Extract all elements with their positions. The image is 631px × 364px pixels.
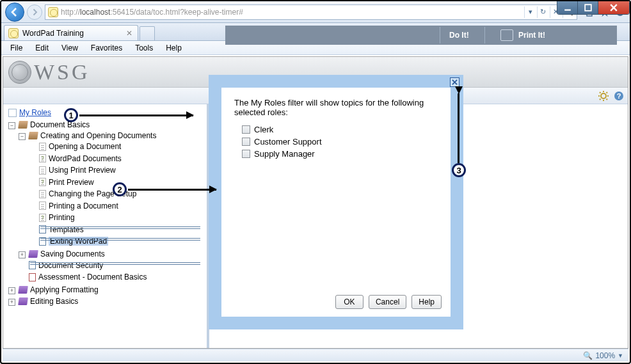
book-icon: [28, 132, 38, 139]
menu-view[interactable]: View: [55, 42, 84, 54]
expander-icon[interactable]: +: [8, 299, 15, 306]
refresh-icon[interactable]: ↻: [537, 6, 548, 18]
tab-label: Do It!: [449, 31, 469, 40]
tree-leaf[interactable]: Assessment - Document Basics: [29, 273, 147, 281]
tree-leaf[interactable]: Print Preview: [39, 178, 94, 187]
tab-print-it[interactable]: Print It!: [500, 29, 545, 41]
nav-forward-button[interactable]: [27, 4, 42, 20]
toc-tree: − Document Basics − Creating and Opening…: [8, 120, 202, 308]
role-checkbox-supply-manager[interactable]: [242, 150, 250, 158]
tree-leaf[interactable]: Printing: [39, 213, 75, 222]
modal-content: The My Roles filter will show topics for…: [221, 88, 451, 317]
new-tab-button[interactable]: [140, 26, 155, 40]
tree-node-creating-opening[interactable]: Creating and Opening Documents: [29, 131, 156, 140]
menu-tools[interactable]: Tools: [129, 42, 159, 54]
svg-point-6: [601, 93, 606, 99]
role-label: Clerk: [254, 125, 273, 134]
ie-toolbar: http://localhost:56415/data/toc.html?kee…: [1, 1, 630, 23]
my-roles-link[interactable]: My Roles: [19, 108, 51, 117]
page-q-icon: [39, 154, 46, 162]
zoom-dropdown-icon[interactable]: ▼: [618, 352, 623, 359]
window-close-button[interactable]: [598, 1, 629, 14]
cancel-button[interactable]: Cancel: [369, 295, 406, 309]
menu-file[interactable]: File: [4, 42, 29, 54]
tab-close-icon[interactable]: ✕: [125, 29, 134, 38]
zoom-icon[interactable]: 🔍: [583, 351, 593, 360]
page-icon: [39, 202, 46, 210]
page-q-icon: [39, 214, 46, 222]
role-row: Customer Support: [234, 136, 438, 148]
modal-close-button[interactable]: [450, 77, 459, 87]
book-icon: [18, 286, 28, 294]
modal-dialog: The My Roles filter will show topics for…: [209, 75, 463, 329]
window-controls: [557, 1, 630, 15]
separator: [440, 27, 440, 44]
tree-label: Printing a Document: [49, 202, 118, 210]
tree-node-saving[interactable]: Saving Documents: [29, 249, 105, 258]
window-minimize-button[interactable]: [557, 1, 578, 14]
ok-button[interactable]: OK: [335, 295, 363, 309]
settings-gear-icon[interactable]: [598, 91, 609, 101]
role-label: Customer Support: [254, 137, 322, 146]
role-label: Supply Manager: [254, 149, 315, 159]
callout-3-arrow: [458, 93, 459, 163]
callout-2-arrow: [128, 189, 216, 191]
tree-label: Editing Basics: [30, 297, 78, 306]
tree-leaf[interactable]: Document Security: [29, 261, 103, 270]
roles-list: Clerk Customer Support Supply Manager: [234, 123, 438, 160]
sidebar: My Roles − Document Basics − Creating an…: [3, 104, 209, 348]
menu-help[interactable]: Help: [159, 42, 188, 54]
book-icon: [18, 121, 28, 129]
expander-icon[interactable]: +: [8, 287, 15, 294]
tree-node-document-basics[interactable]: Document Basics: [19, 120, 90, 129]
print-icon: [500, 29, 513, 41]
tree-node-formatting[interactable]: Applying Formatting: [19, 285, 99, 294]
book-icon: [18, 297, 28, 305]
svg-rect-1: [585, 4, 591, 11]
expander-icon[interactable]: +: [19, 251, 26, 258]
status-bar: 🔍 100% ▼: [3, 349, 628, 361]
tree-leaf-selected[interactable]: Exiting WordPad: [39, 237, 108, 246]
tree-label: Using Print Preview: [49, 166, 116, 175]
dropdown-icon[interactable]: ▾: [524, 6, 536, 18]
tab-label: Print It!: [518, 31, 545, 40]
window-maximize-button[interactable]: [578, 1, 598, 14]
menu-edit[interactable]: Edit: [29, 42, 55, 54]
tree-leaf[interactable]: Templates: [39, 225, 84, 234]
globe-icon: [8, 61, 31, 84]
page-icon: [39, 166, 46, 175]
ie-window: http://localhost:56415/data/toc.html?kee…: [0, 0, 631, 364]
sheet-icon: [29, 261, 36, 269]
tree-label: Print Preview: [49, 178, 94, 187]
nav-back-button[interactable]: [5, 3, 24, 22]
logo-text: WSG: [34, 60, 90, 84]
tree-label: Creating and Opening Documents: [40, 131, 156, 140]
svg-text:?: ?: [617, 92, 621, 100]
browser-tab[interactable]: WordPad Training ✕: [4, 25, 138, 40]
role-checkbox-clerk[interactable]: [242, 125, 250, 134]
tab-do-it[interactable]: Do It!: [449, 31, 469, 40]
help-button[interactable]: Help: [411, 295, 442, 309]
favicon-icon: [48, 7, 58, 17]
mainframe-tabs: Do It! Print It!: [225, 26, 617, 45]
role-row: Clerk: [234, 123, 438, 136]
role-checkbox-customer-support[interactable]: [242, 138, 250, 146]
tree-node-editing[interactable]: Editing Basics: [19, 297, 78, 306]
tree-label: Printing: [49, 213, 75, 222]
expander-icon[interactable]: −: [19, 133, 26, 140]
tree-leaf[interactable]: WordPad Documents: [39, 154, 122, 163]
address-bar[interactable]: http://localhost:56415/data/toc.html?kee…: [45, 4, 577, 20]
tree-label: Assessment - Document Basics: [38, 273, 147, 281]
my-roles-checkbox[interactable]: [8, 109, 17, 117]
tree-leaf[interactable]: Using Print Preview: [39, 166, 116, 175]
tab-favicon-icon: [8, 28, 19, 38]
callout-1: 1: [64, 108, 78, 122]
expander-icon[interactable]: −: [8, 122, 15, 129]
zoom-value: 100%: [595, 351, 615, 360]
help-icon[interactable]: ?: [614, 91, 624, 101]
tree-leaf[interactable]: Opening a Document: [39, 142, 121, 151]
page-icon: [39, 143, 46, 151]
tree-leaf[interactable]: Printing a Document: [39, 202, 118, 210]
modal-button-row: OK Cancel Help: [335, 295, 442, 309]
menu-favorites[interactable]: Favorites: [84, 42, 129, 54]
